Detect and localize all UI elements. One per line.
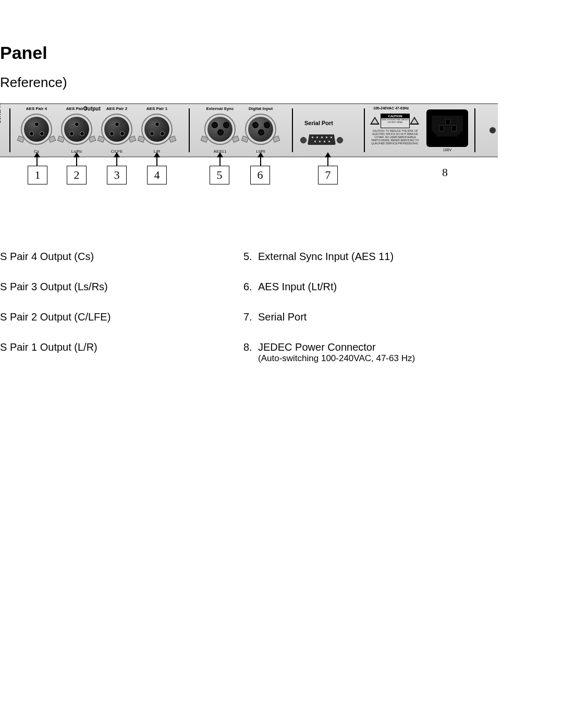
callout-arrow [76, 156, 77, 166]
legend-item: S Pair 1 Output (L/R) [0, 341, 111, 353]
caution-plate: CAUTION RISK OF ELECTRIC SHOCK DO NOT OP… [381, 114, 410, 128]
divider [292, 108, 293, 152]
caution-fine-print: CAUTION: TO REDUCE THE RISK OF ELECTRIC … [370, 129, 420, 145]
callout-arrow [327, 156, 328, 166]
xlr-connector-6 [245, 114, 276, 145]
callout-arrow [156, 156, 157, 166]
voltage-range-label: 100-240VAC 47-63Hz [373, 106, 409, 110]
xlr-connector-1 [21, 114, 52, 145]
caution-subtext: RISK OF ELECTRIC SHOCK DO NOT OPEN [381, 118, 409, 124]
legend-left-column: S Pair 4 Output (Cs)S Pair 3 Output (Ls/… [0, 250, 111, 371]
callout-number-4: 4 [147, 166, 167, 184]
legend-subtext: (Auto-switching 100-240VAC, 47-63 Hz) [258, 353, 415, 364]
warning-triangle-icon [410, 117, 419, 125]
page-heading: Panel [0, 43, 47, 63]
panel-screw [489, 127, 496, 133]
divider [9, 108, 10, 152]
callout-arrow [219, 156, 221, 166]
serial-number-label: Serial #: [0, 103, 2, 124]
power-voltage-sublabel: 100V [426, 148, 468, 152]
callout-number-6: 6 [250, 166, 270, 184]
page-subheading: Reference) [0, 75, 67, 91]
callout-number-7: 7 [318, 166, 338, 184]
warning-triangle-icon [370, 117, 380, 125]
divider [474, 108, 475, 152]
connector-top-label: Digital Input [240, 106, 282, 111]
divider [189, 108, 190, 152]
connector-top-label: AES Pair 1 [136, 106, 178, 111]
legend-item: 6.AES Input (Lt/Rt) [243, 280, 415, 293]
callout-number-1: 1 [28, 166, 47, 184]
xlr-connector-2 [61, 114, 92, 145]
serial-port-connector [301, 133, 342, 146]
callout-number-5: 5 [210, 166, 229, 184]
callout-number-8: 8 [442, 166, 448, 179]
legend-item: 7.Serial Port [243, 311, 415, 323]
serial-port-label: Serial Port [304, 120, 333, 126]
connector-top-label: AES Pair 3 [56, 106, 97, 111]
xlr-connector-4 [141, 114, 173, 145]
caution-header: CAUTION [381, 114, 409, 118]
legend-right-column: 5.External Sync Input (AES 11)6.AES Inpu… [243, 250, 415, 381]
callout-arrow [116, 156, 117, 166]
legend-item: S Pair 2 Output (C/LFE) [0, 311, 111, 323]
connector-top-label: AES Pair 4 [16, 106, 57, 111]
power-connector [426, 109, 468, 147]
connector-top-label: External Sync [199, 106, 241, 111]
xlr-connector-3 [101, 114, 132, 145]
connector-top-label: AES Pair 2 [96, 106, 138, 111]
legend-item: 5.External Sync Input (AES 11) [243, 250, 415, 263]
divider [364, 108, 365, 152]
callout-number-3: 3 [107, 166, 127, 184]
xlr-connector-5 [204, 114, 236, 145]
callout-arrow [260, 156, 261, 166]
rear-panel: Serial #: Output AES Pair 4CsAES Pair 3L… [0, 103, 498, 157]
legend-item: S Pair 4 Output (Cs) [0, 250, 111, 263]
callout-number-2: 2 [67, 166, 87, 184]
legend-item: 8.JEDEC Power Connector(Auto-switching 1… [243, 341, 415, 364]
callout-arrow [36, 156, 38, 166]
legend-item: S Pair 3 Output (Ls/Rs) [0, 280, 111, 293]
